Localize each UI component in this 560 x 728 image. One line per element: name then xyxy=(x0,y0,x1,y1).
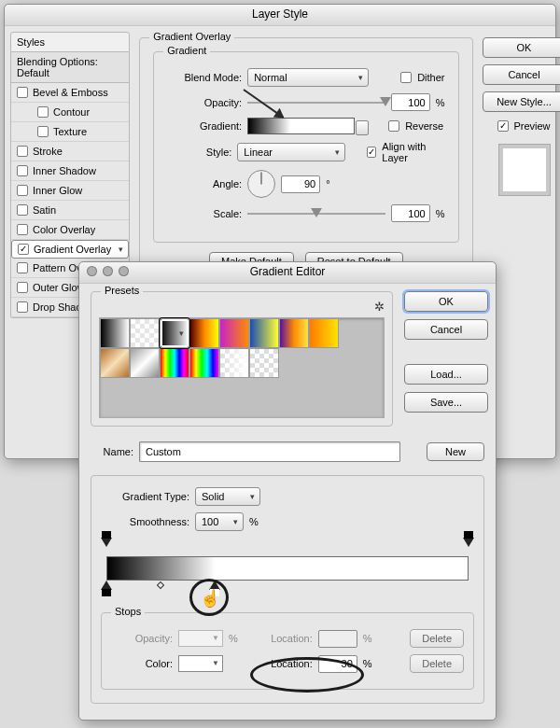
gradient-label: Gradient: xyxy=(167,120,242,132)
preset-swatch[interactable] xyxy=(219,318,249,348)
style-checkbox[interactable] xyxy=(37,106,49,118)
new-button[interactable]: New xyxy=(427,442,484,461)
zoom-icon[interactable] xyxy=(119,266,129,276)
stop-color-loc-input[interactable] xyxy=(318,655,357,673)
gtype-select[interactable]: Solid xyxy=(195,487,260,506)
midpoint-handle[interactable] xyxy=(157,581,164,589)
ge-title: Gradient Editor xyxy=(250,265,326,278)
preset-swatch[interactable] xyxy=(100,318,130,348)
gear-icon[interactable]: ✲ xyxy=(374,300,385,314)
name-input[interactable] xyxy=(139,441,400,462)
preset-swatch[interactable] xyxy=(279,318,309,348)
window-titlebar[interactable]: Layer Style xyxy=(5,5,555,26)
blendmode-label: Blend Mode: xyxy=(167,72,242,83)
ge-cancel-button[interactable]: Cancel xyxy=(404,319,488,340)
preset-swatch[interactable] xyxy=(100,348,130,378)
stop-op-loc-label: Location: xyxy=(251,633,313,644)
reverse-label: Reverse xyxy=(405,120,443,132)
presets-grid xyxy=(99,317,385,418)
preset-swatch[interactable] xyxy=(130,318,160,348)
style-checkbox[interactable] xyxy=(17,165,28,176)
ge-titlebar[interactable]: Gradient Editor xyxy=(79,262,496,284)
blendmode-select[interactable]: Normal xyxy=(247,68,369,87)
align-checkbox[interactable] xyxy=(367,147,377,158)
opacity-stop-right[interactable] xyxy=(463,538,474,547)
new-style-button[interactable]: New Style... xyxy=(483,91,561,112)
gradient-editor-window: Gradient Editor Presets ✲ OK Cancel Load… xyxy=(78,261,497,721)
style-item-satin[interactable]: Satin xyxy=(11,201,129,220)
style-item-contour[interactable]: Contour xyxy=(11,103,129,122)
smooth-select[interactable]: 100 xyxy=(195,512,244,531)
preset-swatch[interactable] xyxy=(249,318,279,348)
gradient-bar[interactable] xyxy=(106,556,469,581)
opacity-stops-track[interactable] xyxy=(106,538,469,551)
preset-swatch[interactable] xyxy=(309,318,339,348)
color-stops-track[interactable] xyxy=(106,581,469,597)
preset-swatch[interactable] xyxy=(189,348,219,378)
ge-ok-button[interactable]: OK xyxy=(404,291,488,312)
style-label: Outer Glow xyxy=(33,282,85,293)
ok-button[interactable]: OK xyxy=(483,37,561,58)
inner-legend: Gradient xyxy=(163,45,210,56)
opacity-delete-button: Delete xyxy=(410,629,464,648)
ge-load-button[interactable]: Load... xyxy=(404,364,488,385)
scale-label: Scale: xyxy=(167,208,242,219)
style-item-stroke[interactable]: Stroke xyxy=(11,142,129,161)
color-stop-white[interactable] xyxy=(209,581,220,590)
group-legend: Gradient Overlay xyxy=(149,31,234,42)
dither-checkbox[interactable] xyxy=(400,72,412,83)
style-item-color-overlay[interactable]: Color Overlay xyxy=(11,220,129,240)
style-checkbox[interactable] xyxy=(17,282,28,293)
style-item-inner-shadow[interactable]: Inner Shadow xyxy=(11,161,129,181)
gtype-label: Gradient Type: xyxy=(101,491,189,502)
opacity-stop-left[interactable] xyxy=(101,538,112,547)
style-item-inner-glow[interactable]: Inner Glow xyxy=(11,181,129,201)
preset-swatch[interactable] xyxy=(130,348,160,378)
style-checkbox[interactable] xyxy=(17,301,28,313)
style-checkbox[interactable] xyxy=(17,87,28,98)
angle-dial[interactable] xyxy=(247,170,275,198)
gradient-type-group: Gradient Type: Solid Smoothness: 100 % S… xyxy=(91,475,484,704)
style-checkbox[interactable] xyxy=(17,146,28,157)
traffic-lights[interactable] xyxy=(87,266,129,276)
style-label: Style: xyxy=(167,147,231,158)
cancel-button[interactable]: Cancel xyxy=(483,64,561,85)
name-label: Name: xyxy=(91,446,133,457)
reverse-checkbox[interactable] xyxy=(388,120,399,132)
style-checkbox[interactable] xyxy=(17,204,28,216)
style-checkbox[interactable] xyxy=(37,126,49,137)
style-checkbox[interactable] xyxy=(17,185,28,196)
opacity-input[interactable] xyxy=(391,93,430,111)
ge-save-button[interactable]: Save... xyxy=(404,392,488,413)
style-label: Contour xyxy=(53,106,90,118)
styles-header[interactable]: Styles xyxy=(10,32,130,52)
preset-swatch[interactable] xyxy=(219,348,249,378)
stop-color-well[interactable] xyxy=(178,655,223,672)
color-stop-black[interactable] xyxy=(101,581,112,590)
preset-swatch[interactable] xyxy=(249,348,279,378)
style-label: Texture xyxy=(53,126,87,137)
scale-input[interactable] xyxy=(391,204,430,222)
preset-swatch[interactable] xyxy=(189,318,219,348)
style-item-gradient-overlay[interactable]: Gradient Overlay xyxy=(11,240,129,259)
gradient-inner-group: Gradient Blend Mode: Normal Dither Opaci… xyxy=(153,51,458,243)
smooth-label: Smoothness: xyxy=(101,516,189,527)
style-label: Inner Glow xyxy=(33,185,82,196)
style-checkbox[interactable] xyxy=(17,224,28,235)
angle-input[interactable] xyxy=(281,175,320,193)
close-icon[interactable] xyxy=(87,266,97,276)
style-checkbox[interactable] xyxy=(17,262,28,273)
scale-slider[interactable] xyxy=(247,206,385,221)
preset-swatch[interactable] xyxy=(160,318,189,348)
stop-color-label: Color: xyxy=(111,658,173,669)
style-item-bevel-emboss[interactable]: Bevel & Emboss xyxy=(11,83,129,103)
preset-swatch[interactable] xyxy=(160,348,189,378)
minimize-icon[interactable] xyxy=(103,266,113,276)
style-item-texture[interactable]: Texture xyxy=(11,122,129,142)
style-select[interactable]: Linear xyxy=(237,143,345,161)
preview-checkbox[interactable] xyxy=(497,120,509,132)
stop-opacity-label: Opacity: xyxy=(111,633,173,644)
gradient-swatch[interactable] xyxy=(247,118,355,134)
style-checkbox[interactable] xyxy=(18,244,29,255)
blending-options[interactable]: Blending Options: Default xyxy=(10,52,130,83)
